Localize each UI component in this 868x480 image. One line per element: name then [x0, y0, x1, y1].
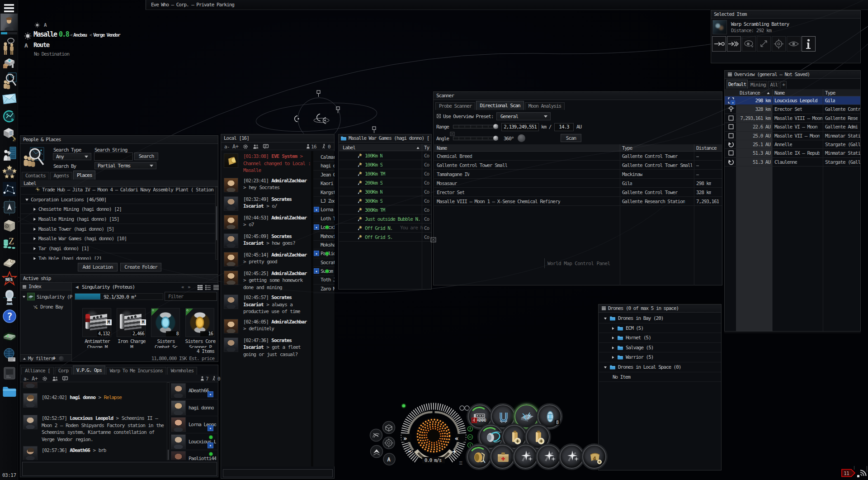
corp-chat-tab[interactable]: V.P.G. Ops	[73, 366, 105, 375]
overview-preset-dropdown[interactable]: General	[496, 112, 551, 120]
agents-icon[interactable]	[2, 145, 16, 163]
places-row[interactable]: Chesiette Mining (hagi donno) [2]	[21, 204, 215, 214]
corp-member-row[interactable]: ADeath66	[170, 382, 218, 399]
orbit-button[interactable]	[742, 36, 756, 52]
chat-avatar[interactable]	[224, 271, 238, 285]
chat-members-icon[interactable]	[253, 144, 259, 149]
view-icons-list[interactable]	[205, 285, 211, 290]
skill-progress-bar[interactable]	[0, 32, 18, 35]
sun-icon[interactable]	[24, 32, 32, 40]
tree-expander-icon[interactable]	[611, 356, 615, 359]
industry-icon[interactable]: Z	[2, 125, 16, 143]
world-icon[interactable]	[2, 347, 16, 363]
route-title[interactable]: Route	[33, 41, 49, 48]
overview-row[interactable]: 328 km Erector Set Gallente Contr	[725, 105, 860, 114]
module-turret-2[interactable]	[537, 445, 561, 469]
corp-chat-input[interactable]	[22, 462, 217, 476]
help-icon[interactable]: ?	[2, 308, 16, 324]
module-medkit[interactable]	[491, 445, 514, 469]
create-folder-button[interactable]: Create Folder	[120, 263, 161, 271]
font-bigger-button[interactable]: A+	[32, 375, 38, 382]
corp-member-row[interactable]: Pagliotti44	[170, 450, 218, 460]
folder-icon[interactable]	[2, 384, 16, 399]
overview-row[interactable]: 298 km Loucxious Leopold Gila	[725, 96, 860, 105]
add-filter-icon[interactable]: +	[52, 355, 56, 361]
constellation-name[interactable]: Ancbeu	[73, 32, 87, 38]
character-sheet-icon[interactable]	[2, 289, 16, 306]
places-row[interactable]: Masalle Mining (hagi donno) [15]	[21, 214, 215, 224]
local-chat-message[interactable]: [02:46:05] AdmiralZachbar > definitely	[223, 318, 310, 334]
war-games-row[interactable]: Off Grid S. Co	[339, 233, 431, 242]
market-icon[interactable]	[2, 108, 16, 126]
journal-icon[interactable]	[2, 254, 16, 270]
war-games-row[interactable]: 100Km TM Co	[339, 169, 431, 178]
member-avatar[interactable]	[171, 383, 186, 398]
chat-avatar[interactable]	[224, 337, 238, 352]
scanner-row[interactable]: Gallente Control Tower Small Gallente Co…	[434, 161, 722, 170]
inventory-item[interactable]: M 2,466 Iron Charge M	[117, 308, 146, 337]
local-chat-message[interactable]: [02:44:53] AdmiralZachbar > o7	[223, 214, 310, 230]
overview-row[interactable]: 25.0 AU Masalle VII – Moon Minmatar Stat…	[725, 132, 860, 140]
tree-expander-icon[interactable]	[25, 198, 29, 202]
corp-member-row[interactable]: Lorna Leono	[170, 416, 218, 433]
local-messages[interactable]: [01:33:08] EVE System > Channel changed …	[222, 151, 311, 466]
my-filters-bar[interactable]: My filters +	[20, 354, 71, 362]
tree-expander-icon[interactable]	[33, 207, 37, 211]
range-slider-thumb[interactable]	[493, 124, 498, 129]
tree-expander-icon[interactable]	[604, 366, 607, 369]
scanner-row[interactable]: Chemical Breed Gallente Control Tower –	[434, 152, 722, 161]
inventory-titlebar[interactable]: Active ship	[20, 275, 218, 283]
places-row[interactable]: Tar (hagi donno) [1]	[21, 243, 215, 253]
overview-tab[interactable]: Mining	[749, 81, 767, 89]
chat-settings-icon[interactable]	[42, 376, 47, 381]
scanner-col-name[interactable]: Name	[437, 145, 447, 151]
target-lock-button[interactable]	[772, 36, 786, 52]
range-input[interactable]: 2,139,249,551	[501, 123, 539, 131]
font-bigger-button[interactable]: A+	[232, 143, 238, 150]
tree-expander-icon[interactable]	[33, 227, 37, 231]
local-member-row[interactable]: hagi d	[313, 162, 335, 170]
people-places-titlebar[interactable]: People & Places	[20, 136, 218, 144]
au-input[interactable]: 14.3	[554, 123, 574, 131]
corp-chat-tab[interactable]: Corp	[55, 367, 72, 375]
keep-at-range-button[interactable]	[757, 36, 771, 52]
local-member-row[interactable]: Jean C	[313, 171, 335, 179]
local-chat-window[interactable]: Local [16] a- A+ 16 0 [01:33:08] EVE Sys…	[221, 134, 335, 479]
module-stasis-webifier[interactable]	[491, 404, 515, 428]
selected-item-titlebar[interactable]: Selected Item	[711, 10, 860, 19]
corp-chat-tab[interactable]: Warp To Me Incursions	[106, 367, 166, 375]
local-chat-message[interactable]: [01:33:08] EVE System > Channel changed …	[223, 153, 310, 174]
local-chat-message[interactable]: [02:45:57] Socrates Iscariot > always a …	[223, 294, 310, 315]
local-titlebar[interactable]: Local [16]	[221, 134, 334, 143]
member-avatar[interactable]	[171, 417, 186, 432]
overview-titlebar[interactable]: Overview (general – Not Saved)	[725, 71, 860, 79]
corp-chat-messages[interactable]: [02:42:02] hagi donno > Relapse [02:52:5…	[21, 382, 167, 460]
region-name[interactable]: Verge Vendor	[93, 32, 120, 38]
selected-item-window[interactable]: Selected Item Warp Scrambling Battery Di…	[711, 10, 861, 63]
range-slider[interactable]	[453, 125, 498, 128]
places-col-label[interactable]: Label	[24, 181, 36, 186]
drones-tree-row[interactable]: Warrior (5)	[599, 352, 721, 362]
local-member-row[interactable]: Socrat	[313, 258, 335, 267]
module-ammo-scroll[interactable]: 4	[582, 445, 606, 469]
tree-expander-icon[interactable]	[611, 327, 615, 330]
local-member-row[interactable]: Mahovi	[313, 232, 335, 241]
show-info-button[interactable]	[802, 36, 816, 52]
chat-avatar[interactable]	[224, 178, 238, 192]
drones-tree-row[interactable]: Drones in Local Space (0)	[599, 362, 721, 372]
local-member-row[interactable]: Toth J	[313, 276, 335, 284]
search-button[interactable]: Search	[134, 152, 158, 160]
local-member-row[interactable]: Calmar	[313, 153, 335, 162]
local-chat-message[interactable]: [02:32:49] Socrates Iscariot > o/	[223, 196, 310, 211]
view-icons-grid[interactable]	[198, 285, 203, 290]
corp-member-row[interactable]: hagi donno	[170, 399, 218, 417]
tree-expander-icon[interactable]	[33, 257, 37, 260]
overview-row[interactable]: 51.3 AU Claulenne Stargate (Gall	[725, 158, 860, 166]
filter-orb[interactable]	[59, 356, 64, 361]
places-row[interactable]: Trade Hub – Jita IV – Moon 4 – Caldari N…	[21, 187, 215, 195]
view-icons-details[interactable]	[213, 285, 219, 290]
tree-dronebay-label[interactable]: Drone Bay	[40, 304, 63, 310]
corp-member-list[interactable]: ADeath66 hagi donno Lorna Leono Loucxiou…	[170, 382, 218, 460]
worldmap-title[interactable]: World Map Control Panel	[547, 261, 610, 266]
local-chat-message[interactable]: [02:23:41] AdmiralZachbar > hey Socrates	[223, 177, 310, 193]
